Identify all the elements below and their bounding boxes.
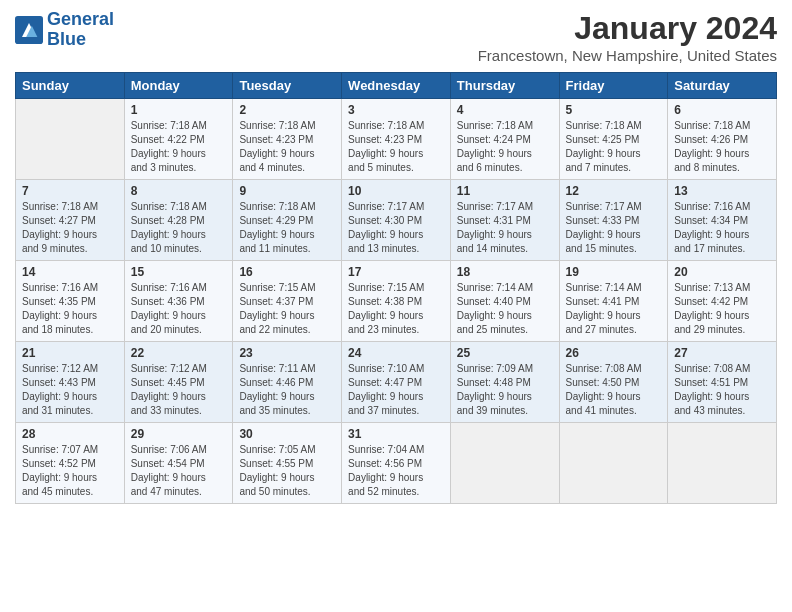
calendar-cell: 20 Sunrise: 7:13 AMSunset: 4:42 PMDaylig… — [668, 261, 777, 342]
cell-info: Sunrise: 7:15 AMSunset: 4:37 PMDaylight:… — [239, 281, 335, 337]
cell-info: Sunrise: 7:05 AMSunset: 4:55 PMDaylight:… — [239, 443, 335, 499]
day-number: 20 — [674, 265, 770, 279]
calendar-cell: 25 Sunrise: 7:09 AMSunset: 4:48 PMDaylig… — [450, 342, 559, 423]
header-monday: Monday — [124, 73, 233, 99]
cell-info: Sunrise: 7:14 AMSunset: 4:40 PMDaylight:… — [457, 281, 553, 337]
day-number: 29 — [131, 427, 227, 441]
day-number: 6 — [674, 103, 770, 117]
calendar-cell: 7 Sunrise: 7:18 AMSunset: 4:27 PMDayligh… — [16, 180, 125, 261]
logo: General Blue — [15, 10, 114, 50]
calendar-cell: 15 Sunrise: 7:16 AMSunset: 4:36 PMDaylig… — [124, 261, 233, 342]
day-number: 16 — [239, 265, 335, 279]
calendar-cell — [16, 99, 125, 180]
day-number: 25 — [457, 346, 553, 360]
calendar-cell: 18 Sunrise: 7:14 AMSunset: 4:40 PMDaylig… — [450, 261, 559, 342]
calendar-cell: 1 Sunrise: 7:18 AMSunset: 4:22 PMDayligh… — [124, 99, 233, 180]
cell-info: Sunrise: 7:18 AMSunset: 4:26 PMDaylight:… — [674, 119, 770, 175]
calendar-cell: 29 Sunrise: 7:06 AMSunset: 4:54 PMDaylig… — [124, 423, 233, 504]
title-block: January 2024 Francestown, New Hampshire,… — [478, 10, 777, 64]
calendar-cell: 17 Sunrise: 7:15 AMSunset: 4:38 PMDaylig… — [342, 261, 451, 342]
calendar-cell: 26 Sunrise: 7:08 AMSunset: 4:50 PMDaylig… — [559, 342, 668, 423]
calendar-cell: 24 Sunrise: 7:10 AMSunset: 4:47 PMDaylig… — [342, 342, 451, 423]
calendar-cell: 23 Sunrise: 7:11 AMSunset: 4:46 PMDaylig… — [233, 342, 342, 423]
cell-info: Sunrise: 7:11 AMSunset: 4:46 PMDaylight:… — [239, 362, 335, 418]
day-number: 21 — [22, 346, 118, 360]
calendar-cell: 10 Sunrise: 7:17 AMSunset: 4:30 PMDaylig… — [342, 180, 451, 261]
calendar-cell: 8 Sunrise: 7:18 AMSunset: 4:28 PMDayligh… — [124, 180, 233, 261]
page-header: General Blue January 2024 Francestown, N… — [15, 10, 777, 64]
day-number: 30 — [239, 427, 335, 441]
week-row-1: 1 Sunrise: 7:18 AMSunset: 4:22 PMDayligh… — [16, 99, 777, 180]
calendar-cell: 12 Sunrise: 7:17 AMSunset: 4:33 PMDaylig… — [559, 180, 668, 261]
header-row: Sunday Monday Tuesday Wednesday Thursday… — [16, 73, 777, 99]
calendar-cell: 9 Sunrise: 7:18 AMSunset: 4:29 PMDayligh… — [233, 180, 342, 261]
logo-icon — [15, 16, 43, 44]
day-number: 11 — [457, 184, 553, 198]
header-tuesday: Tuesday — [233, 73, 342, 99]
cell-info: Sunrise: 7:06 AMSunset: 4:54 PMDaylight:… — [131, 443, 227, 499]
cell-info: Sunrise: 7:07 AMSunset: 4:52 PMDaylight:… — [22, 443, 118, 499]
day-number: 10 — [348, 184, 444, 198]
day-number: 15 — [131, 265, 227, 279]
calendar-cell: 3 Sunrise: 7:18 AMSunset: 4:23 PMDayligh… — [342, 99, 451, 180]
location: Francestown, New Hampshire, United State… — [478, 47, 777, 64]
cell-info: Sunrise: 7:14 AMSunset: 4:41 PMDaylight:… — [566, 281, 662, 337]
logo-text: General Blue — [47, 10, 114, 50]
day-number: 26 — [566, 346, 662, 360]
cell-info: Sunrise: 7:17 AMSunset: 4:30 PMDaylight:… — [348, 200, 444, 256]
cell-info: Sunrise: 7:16 AMSunset: 4:34 PMDaylight:… — [674, 200, 770, 256]
week-row-5: 28 Sunrise: 7:07 AMSunset: 4:52 PMDaylig… — [16, 423, 777, 504]
calendar-cell: 13 Sunrise: 7:16 AMSunset: 4:34 PMDaylig… — [668, 180, 777, 261]
cell-info: Sunrise: 7:10 AMSunset: 4:47 PMDaylight:… — [348, 362, 444, 418]
calendar-cell: 30 Sunrise: 7:05 AMSunset: 4:55 PMDaylig… — [233, 423, 342, 504]
cell-info: Sunrise: 7:04 AMSunset: 4:56 PMDaylight:… — [348, 443, 444, 499]
cell-info: Sunrise: 7:18 AMSunset: 4:22 PMDaylight:… — [131, 119, 227, 175]
calendar-cell: 22 Sunrise: 7:12 AMSunset: 4:45 PMDaylig… — [124, 342, 233, 423]
cell-info: Sunrise: 7:16 AMSunset: 4:35 PMDaylight:… — [22, 281, 118, 337]
cell-info: Sunrise: 7:12 AMSunset: 4:45 PMDaylight:… — [131, 362, 227, 418]
cell-info: Sunrise: 7:18 AMSunset: 4:23 PMDaylight:… — [348, 119, 444, 175]
day-number: 8 — [131, 184, 227, 198]
header-thursday: Thursday — [450, 73, 559, 99]
calendar-table: Sunday Monday Tuesday Wednesday Thursday… — [15, 72, 777, 504]
calendar-cell: 28 Sunrise: 7:07 AMSunset: 4:52 PMDaylig… — [16, 423, 125, 504]
calendar-cell — [450, 423, 559, 504]
calendar-cell: 19 Sunrise: 7:14 AMSunset: 4:41 PMDaylig… — [559, 261, 668, 342]
calendar-cell: 16 Sunrise: 7:15 AMSunset: 4:37 PMDaylig… — [233, 261, 342, 342]
day-number: 28 — [22, 427, 118, 441]
calendar-cell: 2 Sunrise: 7:18 AMSunset: 4:23 PMDayligh… — [233, 99, 342, 180]
cell-info: Sunrise: 7:09 AMSunset: 4:48 PMDaylight:… — [457, 362, 553, 418]
cell-info: Sunrise: 7:18 AMSunset: 4:23 PMDaylight:… — [239, 119, 335, 175]
calendar-cell: 21 Sunrise: 7:12 AMSunset: 4:43 PMDaylig… — [16, 342, 125, 423]
day-number: 19 — [566, 265, 662, 279]
day-number: 23 — [239, 346, 335, 360]
day-number: 17 — [348, 265, 444, 279]
day-number: 4 — [457, 103, 553, 117]
cell-info: Sunrise: 7:18 AMSunset: 4:25 PMDaylight:… — [566, 119, 662, 175]
cell-info: Sunrise: 7:18 AMSunset: 4:28 PMDaylight:… — [131, 200, 227, 256]
day-number: 14 — [22, 265, 118, 279]
header-saturday: Saturday — [668, 73, 777, 99]
day-number: 9 — [239, 184, 335, 198]
day-number: 22 — [131, 346, 227, 360]
cell-info: Sunrise: 7:17 AMSunset: 4:31 PMDaylight:… — [457, 200, 553, 256]
header-friday: Friday — [559, 73, 668, 99]
cell-info: Sunrise: 7:13 AMSunset: 4:42 PMDaylight:… — [674, 281, 770, 337]
logo-line2: Blue — [47, 29, 86, 49]
day-number: 27 — [674, 346, 770, 360]
header-wednesday: Wednesday — [342, 73, 451, 99]
day-number: 7 — [22, 184, 118, 198]
calendar-cell — [559, 423, 668, 504]
calendar-cell: 31 Sunrise: 7:04 AMSunset: 4:56 PMDaylig… — [342, 423, 451, 504]
month-title: January 2024 — [478, 10, 777, 47]
cell-info: Sunrise: 7:12 AMSunset: 4:43 PMDaylight:… — [22, 362, 118, 418]
day-number: 31 — [348, 427, 444, 441]
week-row-4: 21 Sunrise: 7:12 AMSunset: 4:43 PMDaylig… — [16, 342, 777, 423]
cell-info: Sunrise: 7:08 AMSunset: 4:51 PMDaylight:… — [674, 362, 770, 418]
cell-info: Sunrise: 7:18 AMSunset: 4:27 PMDaylight:… — [22, 200, 118, 256]
calendar-cell: 6 Sunrise: 7:18 AMSunset: 4:26 PMDayligh… — [668, 99, 777, 180]
day-number: 2 — [239, 103, 335, 117]
cell-info: Sunrise: 7:18 AMSunset: 4:29 PMDaylight:… — [239, 200, 335, 256]
week-row-2: 7 Sunrise: 7:18 AMSunset: 4:27 PMDayligh… — [16, 180, 777, 261]
cell-info: Sunrise: 7:17 AMSunset: 4:33 PMDaylight:… — [566, 200, 662, 256]
